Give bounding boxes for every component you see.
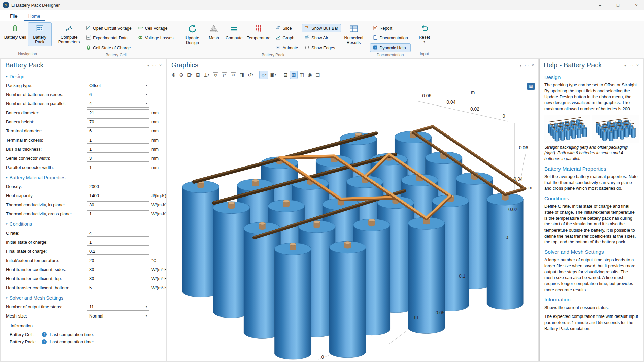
section-battery-material-properties[interactable]: ▾ Battery Material Properties	[6, 175, 164, 180]
section-design[interactable]: ▾ Design	[6, 74, 164, 79]
settings-panel: Battery Pack ▾ ▭ × ▾ Design Packing type…	[1, 59, 166, 361]
compute-parameters-button[interactable]: Compute Parameters	[56, 22, 82, 46]
button-label: Update Design	[181, 36, 203, 46]
density-input[interactable]	[87, 183, 149, 190]
section-solver-mesh[interactable]: ▾ Solver and Mesh Settings	[6, 295, 164, 301]
serial-connector-width-input[interactable]	[87, 155, 149, 162]
tab-file[interactable]: File	[5, 12, 22, 21]
parallel-connector-width-input[interactable]	[87, 164, 149, 171]
documentation-button[interactable]: Documentation	[370, 34, 411, 42]
panel-close-icon[interactable]: ×	[636, 63, 639, 68]
cell-state-of-charge-button[interactable]: Cell State of Charge	[83, 43, 134, 52]
axis-tick-label: 0.04	[447, 99, 456, 105]
update-design-button[interactable]: Update Design	[180, 22, 204, 47]
open-circuit-voltage-button[interactable]: Open Circuit Voltage	[83, 24, 134, 32]
view-xy-button[interactable]: xy	[211, 71, 220, 79]
tab-home[interactable]: Home	[24, 12, 45, 21]
battery-height-input[interactable]	[87, 118, 149, 125]
view-zx-button[interactable]: zx	[229, 71, 238, 79]
help-paragraph: Define C rate, initial state of charge a…	[544, 203, 639, 245]
c-rate-input[interactable]	[87, 230, 149, 237]
setting-label: Number of batteries in parallel:	[6, 101, 85, 106]
terminal-diameter-input[interactable]	[87, 127, 149, 134]
graph-button[interactable]: Graph	[273, 34, 301, 42]
terminal-thickness-input[interactable]	[87, 137, 149, 144]
show-grid-button[interactable]: ▦	[290, 71, 298, 79]
graphics-canvas[interactable]: 0.06 0.04 0.02 0 m 0.06 0.04 m 0.02 0 0.…	[167, 80, 538, 361]
chevron-down-icon: ▾	[6, 222, 8, 226]
setting-row: Heat transfer coefficient, bottom: W/(m²…	[6, 284, 164, 292]
voltage-losses-button[interactable]: Voltage Losses	[135, 34, 176, 42]
final-soc-input[interactable]	[87, 248, 149, 255]
unit-label: mm	[151, 165, 164, 170]
copy-plot-button[interactable]: ⊟	[282, 71, 290, 79]
show-air-button[interactable]: Show Air	[302, 34, 341, 42]
maximize-button[interactable]: □	[610, 0, 626, 10]
numerical-results-button[interactable]: Numerical Results	[342, 22, 366, 47]
default-view-button[interactable]: ◨	[238, 71, 246, 79]
mesh-size-select[interactable]: Normal ▾	[87, 312, 149, 320]
scene-light-button[interactable]: ☼▾	[259, 71, 268, 79]
axis-tick-label: 0.1	[459, 273, 466, 279]
bus-bar-thickness-input[interactable]	[87, 146, 149, 153]
axis-tick-label: 0	[321, 354, 324, 360]
show-edges-button[interactable]: Show Edges	[302, 43, 341, 52]
button-label: Graph	[282, 36, 294, 40]
report-button[interactable]: Report	[370, 24, 411, 32]
animate-button[interactable]: Animate	[273, 43, 301, 52]
panel-menu-icon[interactable]: ▾	[147, 63, 149, 68]
axis-tick-label: 0	[506, 235, 508, 240]
snapshot-button[interactable]: ◉	[306, 71, 313, 79]
go-to-view-button[interactable]: ⊥▾	[202, 71, 211, 79]
update-view-button[interactable]: ↺▾	[246, 71, 255, 79]
panel-float-icon[interactable]: ▭	[525, 63, 529, 68]
zoom-box-button[interactable]: ⊡▾	[185, 71, 194, 79]
print-button[interactable]: ▤	[314, 71, 321, 79]
panel-float-icon[interactable]: ▭	[630, 63, 633, 68]
zoom-extents-button[interactable]: ⊞	[194, 71, 202, 79]
view-layout-button[interactable]: ▣▾	[269, 71, 278, 79]
initial-temperature-input[interactable]	[87, 257, 149, 264]
panel-menu-icon[interactable]: ▾	[520, 63, 522, 68]
view-settings-button[interactable]: ▦	[527, 83, 535, 90]
minimize-button[interactable]: –	[592, 0, 608, 10]
voltage-losses-icon	[138, 35, 143, 41]
split-view-button[interactable]: ◫	[298, 71, 306, 79]
close-button[interactable]: ×	[629, 0, 644, 10]
setting-label: Battery diameter:	[6, 110, 85, 115]
section-conditions[interactable]: ▾ Conditions	[6, 221, 164, 227]
packing-type-select[interactable]: Offset ▾	[87, 82, 149, 89]
reset-button[interactable]: Reset ▾	[415, 22, 434, 45]
zoom-out-button[interactable]: ⊖	[178, 71, 185, 79]
heat-capacity-input[interactable]	[87, 192, 149, 199]
compute-button[interactable]: Compute	[224, 22, 244, 42]
slice-button[interactable]: Slice	[273, 24, 301, 32]
setting-label: Initial state of charge:	[6, 240, 85, 245]
thermal-conductivity-cross-plane-input[interactable]	[87, 210, 149, 217]
battery-pack-button[interactable]: Battery Pack	[28, 22, 52, 46]
series-count-select[interactable]: 6 ▾	[87, 91, 149, 98]
battery-cell-button[interactable]: Battery Cell	[3, 22, 27, 41]
htc-top-input[interactable]	[87, 275, 149, 282]
output-time-steps-select[interactable]: 11 ▾	[87, 303, 149, 311]
htc-sides-input[interactable]	[87, 266, 149, 273]
parallel-count-select[interactable]: 4 ▾	[87, 100, 149, 108]
view-yz-button[interactable]: yz	[220, 71, 229, 79]
panel-float-icon[interactable]: ▭	[152, 63, 156, 68]
info-row-battery-pack: Battery Pack: i Last computation time:	[10, 339, 157, 344]
setting-row: Number of batteries in parallel: 4 ▾	[6, 100, 164, 108]
zoom-in-button[interactable]: ⊕	[170, 71, 177, 79]
panel-close-icon[interactable]: ×	[159, 63, 162, 68]
show-bus-bar-button[interactable]: Show Bus Bar	[302, 24, 341, 32]
cell-voltage-button[interactable]: Cell Voltage	[135, 24, 176, 32]
battery-diameter-input[interactable]	[87, 109, 149, 116]
initial-soc-input[interactable]	[87, 239, 149, 246]
mesh-button[interactable]: Mesh	[205, 22, 223, 42]
dynamic-help-button[interactable]: ? Dynamic Help	[370, 43, 411, 52]
thermal-conductivity-in-plane-input[interactable]	[87, 201, 149, 208]
temperature-button[interactable]: Temperature	[245, 22, 272, 42]
htc-bottom-input[interactable]	[87, 284, 149, 291]
panel-menu-icon[interactable]: ▾	[624, 63, 626, 68]
experimental-data-button[interactable]: Experimental Data	[83, 34, 134, 42]
panel-close-icon[interactable]: ×	[532, 63, 534, 68]
